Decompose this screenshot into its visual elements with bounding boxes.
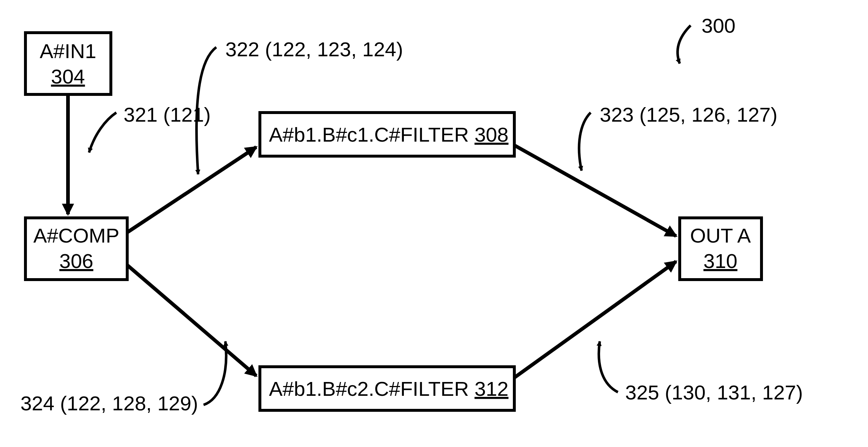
svg-text:323
       
      (125, 126, 1: 323 (125, 126, 127) [600, 103, 777, 126]
svg-text:A#b1.B#c2.C#FILTER
       
   : A#b1.B#c2.C#FILTER 312 [269, 377, 509, 400]
node-out-ref: 310 [703, 249, 737, 272]
node-filter2-title: A#b1.B#c2.C#FILTER [269, 377, 469, 400]
callout-323-parens: (125, 126, 127) [639, 103, 777, 126]
callout-325: 325 (130, 131, 127) [599, 341, 803, 404]
callout-322-parens: (122, 123, 124) [265, 38, 403, 61]
figure-ref-num: 300 [702, 14, 735, 37]
svg-text:A#b1.B#c1.C#FILTER
       
   : A#b1.B#c1.C#FILTER 308 [269, 123, 509, 146]
callout-325-num: 325 [625, 381, 659, 404]
svg-text:325
       
      (130, 131, 1: 325 (130, 131, 127) [625, 381, 803, 404]
svg-text:A#IN1: A#IN1 [40, 40, 96, 62]
svg-text:304: 304 [51, 65, 85, 88]
callout-323-num: 323 [600, 103, 634, 126]
node-filter2: A#b1.B#c2.C#FILTER 312 [260, 367, 514, 410]
callout-321-parens: (121) [163, 103, 211, 126]
callout-324: 324 (122, 128, 129) [20, 341, 226, 415]
svg-text:306: 306 [59, 249, 93, 272]
svg-text:300: 300 [702, 14, 735, 37]
svg-text:A#COMP: A#COMP [33, 224, 120, 247]
callout-322-num: 322 [225, 38, 259, 61]
node-in1-ref: 304 [51, 65, 85, 88]
callout-325-parens: (130, 131, 127) [665, 381, 803, 404]
node-out: OUT A 310 [680, 218, 761, 280]
node-comp-ref: 306 [59, 249, 93, 272]
edge-323 [514, 145, 676, 236]
edge-322 [127, 147, 256, 232]
callout-324-num: 324 [20, 392, 54, 415]
diagram-canvas: A#IN1 304 A#COMP 306 A#b1.B#c1.C#FILTER … [0, 0, 868, 447]
svg-text:322
       
      (122, 123, 1: 322 (122, 123, 124) [225, 38, 403, 61]
callout-321: 321 (121) [89, 103, 211, 153]
node-in1-title: A#IN1 [40, 40, 96, 62]
edge-324 [127, 265, 256, 376]
edge-325 [514, 261, 676, 378]
node-filter1: A#b1.B#c1.C#FILTER 308 [260, 113, 514, 156]
svg-text:324
       
      (122, 128, 1: 324 (122, 128, 129) [20, 392, 198, 415]
node-comp-title: A#COMP [33, 224, 120, 247]
svg-text:OUT A: OUT A [690, 224, 751, 247]
node-filter1-ref: 308 [474, 123, 508, 146]
callout-323: 323 (125, 126, 127) [579, 103, 777, 171]
node-filter2-ref: 312 [474, 377, 508, 400]
node-in1: A#IN1 304 [25, 33, 111, 94]
figure-ref: 300 [678, 14, 735, 64]
node-comp: A#COMP 306 [25, 218, 127, 280]
callout-321-num: 321 [124, 103, 157, 126]
callout-324-parens: (122, 128, 129) [60, 392, 198, 415]
svg-text:310: 310 [703, 249, 737, 272]
node-filter1-title: A#b1.B#c1.C#FILTER [269, 123, 469, 146]
node-out-title: OUT A [690, 224, 751, 247]
